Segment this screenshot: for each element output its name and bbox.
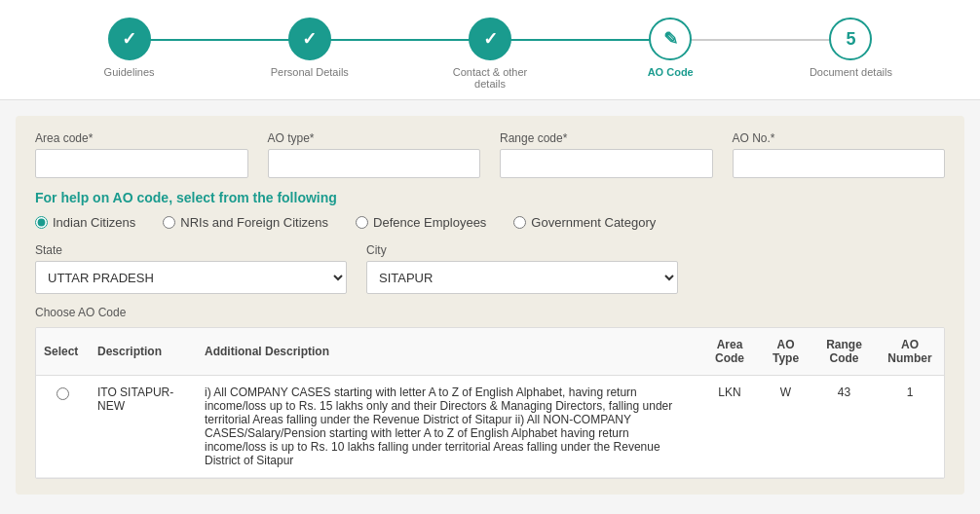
ao-code-table-container: Select Description Additional Descriptio…: [35, 327, 945, 479]
radio-nri-label: NRIs and Foreign Citizens: [180, 215, 328, 230]
step-document[interactable]: 5 Document details: [761, 18, 941, 78]
row-radio[interactable]: [57, 387, 69, 400]
cell-range-code: 43: [812, 376, 876, 478]
radio-defence-label: Defence Employees: [373, 215, 486, 230]
state-select-group: State UTTAR PRADESH DELHI MAHARASHTRA KA…: [35, 243, 347, 294]
cell-ao-type: W: [759, 376, 812, 478]
form-section: Area code* AO type* Range code* AO No.* …: [16, 116, 964, 495]
city-label: City: [366, 243, 678, 257]
radio-nri[interactable]: NRIs and Foreign Citizens: [163, 215, 328, 230]
code-input-row: Area code* AO type* Range code* AO No.*: [35, 131, 945, 178]
step-personal-label: Personal Details: [271, 66, 349, 78]
state-label: State: [35, 243, 347, 257]
ao-type-label: AO type*: [268, 131, 481, 145]
area-code-input[interactable]: [35, 149, 248, 178]
th-ao-type: AO Type: [759, 328, 812, 376]
city-select-group: City SITAPUR LUCKNOW AGRA VARANASI: [366, 243, 678, 294]
step-guidelines-label: Guidelines: [104, 66, 155, 78]
progress-bar: ✓ Guidelines ✓ Personal Details ✓ Contac…: [0, 0, 980, 100]
radio-indian[interactable]: Indian Citizens: [35, 215, 135, 230]
cell-additional-desc: i) All COMPANY CASES starting with lette…: [197, 376, 700, 478]
step-contact-label: Contact & other details: [441, 66, 539, 90]
radio-indian-label: Indian Citizens: [53, 215, 135, 230]
step-guidelines-circle: ✓: [108, 18, 151, 60]
step-guidelines[interactable]: ✓ Guidelines: [39, 18, 219, 78]
ao-type-value: W: [780, 386, 791, 399]
th-select: Select: [36, 328, 90, 376]
step-aocode-circle: ✎: [649, 18, 692, 60]
step-aocode-label: AO Code: [648, 66, 694, 78]
th-area-code: Area Code: [700, 328, 759, 376]
cell-ao-number: 1: [876, 376, 944, 478]
th-range-code: Range Code: [812, 328, 876, 376]
ao-no-input[interactable]: [733, 149, 946, 178]
range-code-label: Range code*: [500, 131, 713, 145]
description-text: ITO SITAPUR- NEW: [97, 386, 173, 413]
cell-description: ITO SITAPUR- NEW: [90, 376, 197, 478]
step-personal[interactable]: ✓ Personal Details: [219, 18, 399, 78]
area-code-label: Area code*: [35, 131, 248, 145]
ao-code-table: Select Description Additional Descriptio…: [36, 328, 944, 478]
cell-area-code: LKN: [700, 376, 759, 478]
ao-type-input[interactable]: [268, 149, 481, 178]
th-ao-number: AO Number: [876, 328, 944, 376]
help-text: For help on AO code, select from the fol…: [35, 190, 945, 205]
cell-select[interactable]: [36, 376, 90, 478]
step-aocode[interactable]: ✎ AO Code: [581, 18, 761, 78]
radio-govt[interactable]: Government Category: [513, 215, 656, 230]
area-code-value: LKN: [718, 386, 740, 399]
radio-govt-label: Government Category: [531, 215, 656, 230]
table-header-row: Select Description Additional Descriptio…: [36, 328, 944, 376]
location-select-row: State UTTAR PRADESH DELHI MAHARASHTRA KA…: [35, 243, 945, 294]
range-code-value: 43: [838, 386, 850, 399]
range-code-input[interactable]: [500, 149, 713, 178]
step-document-label: Document details: [810, 66, 892, 78]
ao-no-group: AO No.*: [733, 131, 946, 178]
ao-no-label: AO No.*: [733, 131, 946, 145]
range-code-group: Range code*: [500, 131, 713, 178]
city-select[interactable]: SITAPUR LUCKNOW AGRA VARANASI: [366, 261, 678, 294]
category-radio-row: Indian Citizens NRIs and Foreign Citizen…: [35, 215, 945, 230]
ao-number-value: 1: [907, 386, 914, 399]
step-personal-circle: ✓: [288, 18, 331, 60]
ao-code-section-label: Choose AO Code: [35, 306, 945, 319]
step-contact[interactable]: ✓ Contact & other details: [399, 18, 580, 90]
area-code-group: Area code*: [35, 131, 248, 178]
ao-type-group: AO type*: [268, 131, 481, 178]
step-contact-circle: ✓: [469, 18, 511, 60]
table-row: ITO SITAPUR- NEW i) All COMPANY CASES st…: [36, 376, 944, 478]
step-document-circle: 5: [829, 18, 872, 60]
additional-desc-text: i) All COMPANY CASES starting with lette…: [205, 386, 672, 467]
radio-defence[interactable]: Defence Employees: [356, 215, 486, 230]
state-select[interactable]: UTTAR PRADESH DELHI MAHARASHTRA KARNATAK…: [35, 261, 347, 294]
th-additional-desc: Additional Description: [197, 328, 700, 376]
th-description: Description: [90, 328, 197, 376]
